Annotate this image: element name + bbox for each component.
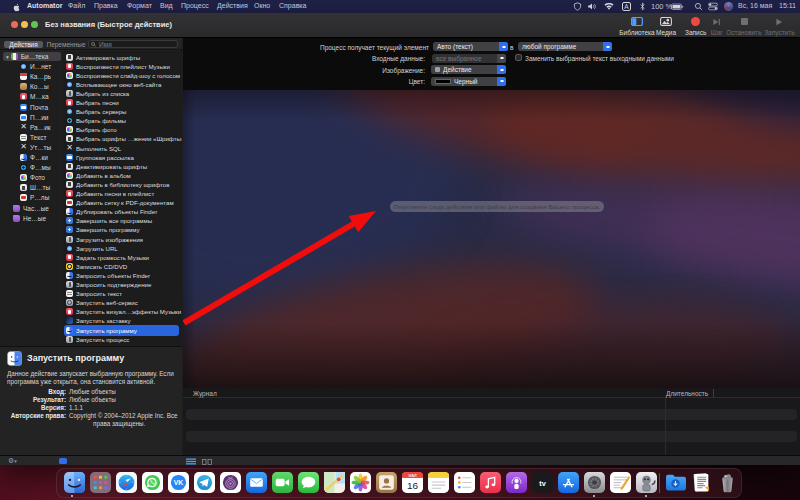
svg-text:16: 16 [407,480,419,491]
svg-text:VK: VK [174,479,184,486]
svg-text:tv: tv [539,479,546,488]
svg-text:МАЙ: МАЙ [408,474,416,478]
